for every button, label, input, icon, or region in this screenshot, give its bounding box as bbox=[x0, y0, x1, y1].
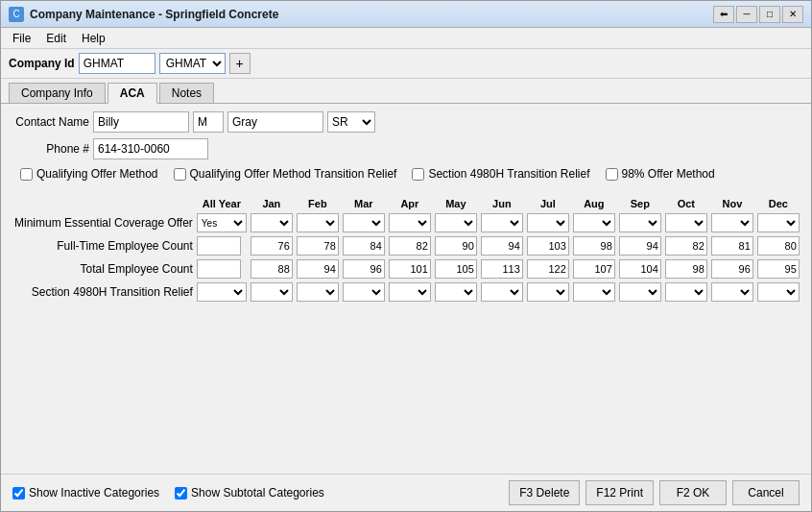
s4980h-jul-select[interactable] bbox=[527, 282, 569, 302]
show-subtotal-checkbox[interactable] bbox=[175, 487, 187, 500]
th-mar: Mar bbox=[341, 196, 387, 211]
menu-file[interactable]: File bbox=[5, 30, 38, 47]
qom-transition-relief-checkbox[interactable] bbox=[174, 168, 186, 181]
ftec-oct-input[interactable] bbox=[665, 236, 707, 256]
section-4980h-transition-relief-checkbox[interactable] bbox=[412, 168, 424, 181]
ok-button[interactable]: F2 OK bbox=[659, 480, 727, 505]
cancel-button[interactable]: Cancel bbox=[732, 480, 800, 505]
show-subtotal-label[interactable]: Show Subtotal Categories bbox=[175, 486, 324, 500]
s4980h-dec-select[interactable] bbox=[757, 282, 800, 302]
tec-aug-input[interactable] bbox=[573, 259, 615, 279]
show-inactive-checkbox[interactable] bbox=[12, 487, 25, 500]
qom-transition-relief-checkbox-label[interactable]: Qualifying Offer Method Transition Relie… bbox=[174, 167, 397, 181]
meco-mar-select[interactable] bbox=[343, 213, 385, 232]
menu-help[interactable]: Help bbox=[74, 30, 113, 47]
ftec-mar-input[interactable] bbox=[343, 236, 385, 256]
cell-meco-allyear: Yes No bbox=[195, 211, 249, 234]
s4980h-mar-select[interactable] bbox=[343, 282, 385, 302]
contact-suffix-select[interactable]: SR JR II III bbox=[327, 111, 375, 133]
add-company-button[interactable]: + bbox=[229, 53, 251, 74]
tec-jan-input[interactable] bbox=[251, 259, 293, 279]
ftec-may-input[interactable] bbox=[435, 236, 477, 256]
cell-ftec-feb bbox=[295, 234, 341, 257]
contact-last-name[interactable] bbox=[227, 111, 323, 133]
cell-ftec-jul bbox=[525, 234, 571, 257]
ftec-dec-input[interactable] bbox=[757, 236, 800, 256]
tec-all-year-input[interactable] bbox=[197, 259, 241, 279]
tec-sep-input[interactable] bbox=[619, 259, 661, 279]
section-4980h-transition-relief-checkbox-label[interactable]: Section 4980H Transition Relief bbox=[412, 167, 589, 181]
tec-jul-input[interactable] bbox=[527, 259, 569, 279]
contact-first-name[interactable] bbox=[93, 111, 189, 133]
cell-s4980h-dec bbox=[755, 280, 801, 304]
qualifying-offer-method-checkbox-label[interactable]: Qualifying Offer Method bbox=[20, 167, 158, 181]
contact-middle-name[interactable] bbox=[193, 111, 224, 133]
company-id-input[interactable] bbox=[79, 53, 155, 74]
meco-jun-select[interactable] bbox=[481, 213, 523, 232]
meco-may-select[interactable] bbox=[435, 213, 477, 232]
ftec-apr-input[interactable] bbox=[389, 236, 431, 256]
ftec-feb-input[interactable] bbox=[297, 236, 339, 256]
meco-oct-select[interactable] bbox=[665, 213, 707, 232]
s4980h-jan-select[interactable] bbox=[251, 282, 293, 302]
restore-button[interactable]: ⬅ bbox=[713, 6, 734, 23]
tec-mar-input[interactable] bbox=[343, 259, 385, 279]
offer-98-label: 98% Offer Method bbox=[622, 167, 715, 181]
s4980h-jun-select[interactable] bbox=[481, 282, 523, 302]
s4980h-oct-select[interactable] bbox=[665, 282, 707, 302]
tec-oct-input[interactable] bbox=[665, 259, 707, 279]
menu-edit[interactable]: Edit bbox=[38, 30, 74, 47]
tab-company-info[interactable]: Company Info bbox=[9, 83, 106, 103]
qualifying-offer-method-checkbox[interactable] bbox=[20, 168, 33, 181]
tec-nov-input[interactable] bbox=[711, 259, 753, 279]
delete-button[interactable]: F3 Delete bbox=[509, 480, 580, 505]
s4980h-aug-select[interactable] bbox=[573, 282, 615, 302]
print-button[interactable]: F12 Print bbox=[585, 480, 654, 505]
ftec-jul-input[interactable] bbox=[527, 236, 569, 256]
offer-98-checkbox[interactable] bbox=[606, 168, 618, 181]
meco-dec-select[interactable] bbox=[757, 213, 800, 232]
offer-98-checkbox-label[interactable]: 98% Offer Method bbox=[606, 167, 715, 181]
meco-feb-select[interactable] bbox=[297, 213, 339, 232]
meco-aug-select[interactable] bbox=[573, 213, 615, 232]
tec-may-input[interactable] bbox=[435, 259, 477, 279]
tab-notes[interactable]: Notes bbox=[159, 83, 214, 103]
meco-jul-select[interactable] bbox=[527, 213, 569, 232]
ftec-jan-input[interactable] bbox=[251, 236, 293, 256]
ftec-aug-input[interactable] bbox=[573, 236, 615, 256]
s4980h-sep-select[interactable] bbox=[619, 282, 661, 302]
company-id-dropdown[interactable]: GHMAT bbox=[159, 53, 226, 74]
meco-nov-select[interactable] bbox=[711, 213, 753, 232]
ftec-nov-input[interactable] bbox=[711, 236, 753, 256]
ftec-sep-input[interactable] bbox=[619, 236, 661, 256]
tec-feb-input[interactable] bbox=[297, 259, 339, 279]
s4980h-nov-select[interactable] bbox=[711, 282, 753, 302]
th-all-year: All Year bbox=[195, 196, 249, 211]
show-inactive-label[interactable]: Show Inactive Categories bbox=[12, 486, 159, 500]
s4980h-feb-select[interactable] bbox=[297, 282, 339, 302]
cell-meco-feb bbox=[295, 211, 341, 234]
ftec-all-year-input[interactable] bbox=[197, 236, 241, 256]
footer-left: Show Inactive Categories Show Subtotal C… bbox=[12, 486, 324, 500]
qom-transition-relief-label: Qualifying Offer Method Transition Relie… bbox=[190, 167, 397, 181]
tab-aca[interactable]: ACA bbox=[107, 83, 157, 104]
tec-jun-input[interactable] bbox=[481, 259, 523, 279]
s4980h-apr-select[interactable] bbox=[389, 282, 431, 302]
meco-apr-select[interactable] bbox=[389, 213, 431, 232]
close-button[interactable]: ✕ bbox=[782, 6, 803, 23]
s4980h-all-year-select[interactable] bbox=[197, 282, 247, 302]
tec-apr-input[interactable] bbox=[389, 259, 431, 279]
meco-all-year-select[interactable]: Yes No bbox=[197, 213, 247, 232]
cell-meco-sep bbox=[617, 211, 663, 234]
phone-input[interactable] bbox=[93, 138, 208, 159]
cell-tec-aug bbox=[571, 257, 617, 280]
minimize-button[interactable]: ─ bbox=[736, 6, 757, 23]
s4980h-may-select[interactable] bbox=[435, 282, 477, 302]
maximize-button[interactable]: □ bbox=[759, 6, 780, 23]
cell-ftec-apr bbox=[387, 234, 433, 257]
meco-sep-select[interactable] bbox=[619, 213, 661, 232]
meco-jan-select[interactable] bbox=[251, 213, 293, 232]
tec-dec-input[interactable] bbox=[757, 259, 800, 279]
ftec-jun-input[interactable] bbox=[481, 236, 523, 256]
th-sep: Sep bbox=[617, 196, 663, 211]
